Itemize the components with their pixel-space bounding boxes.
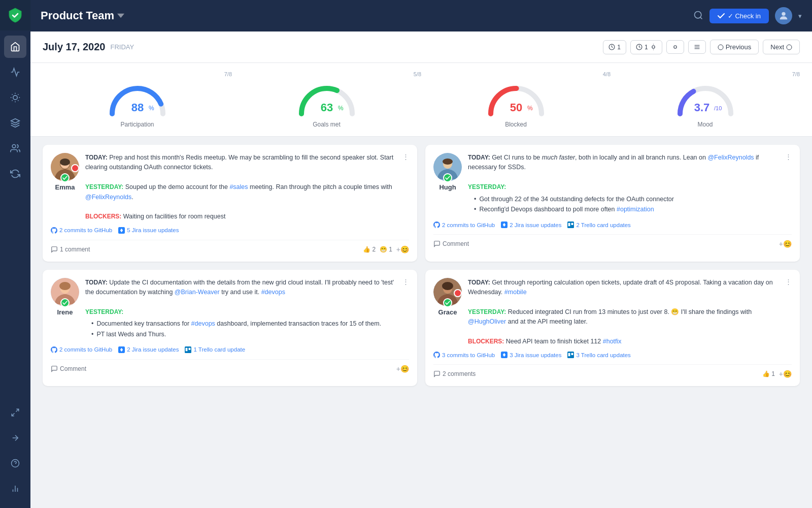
card-menu-irene[interactable]: ⋮ xyxy=(402,278,409,341)
content-area: July 17, 2020 FRIDAY 1 1 xyxy=(30,31,812,508)
name-emma: Emma xyxy=(55,183,75,191)
svg-text:3.7: 3.7 xyxy=(694,101,709,114)
card-irene: Irene TODAY: Update the CI documentation… xyxy=(43,270,417,387)
add-reaction-hugh[interactable]: +😊 xyxy=(779,240,792,248)
card-header-emma: Emma TODAY: Prep and host this month's R… xyxy=(51,153,409,222)
body-irene: TODAY: Update the CI documentation with … xyxy=(85,278,396,339)
svg-point-31 xyxy=(718,45,723,50)
metric-goals: 5/8 63 % Goals met xyxy=(232,71,421,128)
footer-hugh: Comment +😊 xyxy=(433,234,792,248)
check-grace xyxy=(443,298,452,307)
date-header: July 17, 2020 FRIDAY 1 1 xyxy=(30,31,812,63)
svg-point-0 xyxy=(13,96,17,100)
svg-point-32 xyxy=(787,45,792,50)
reaction-thumbs-emma: 👍2 xyxy=(363,246,376,253)
stat-trello-irene: 1 Trello card update xyxy=(185,346,245,353)
user-menu-arrow[interactable]: ▾ xyxy=(798,12,802,20)
gauge-participation: 88 % xyxy=(105,78,171,119)
page-title: Product Team xyxy=(41,9,687,22)
avatar-emma xyxy=(51,153,79,181)
sidebar-item-chart[interactable] xyxy=(4,478,26,500)
body-hugh: TODAY: Get CI runs to be much faster, bo… xyxy=(468,153,779,214)
reaction-grin-emma: 😁1 xyxy=(380,246,392,253)
stats-irene: 2 commits to GitHub 2 Jira issue updates… xyxy=(51,346,409,353)
sidebar-item-sync[interactable] xyxy=(4,163,26,185)
filter-btn-2[interactable]: 1 xyxy=(630,40,662,54)
user-avatar[interactable] xyxy=(775,7,792,24)
stat-github-grace: 3 commits to GitHub xyxy=(433,352,495,358)
sidebar-item-layers[interactable] xyxy=(4,112,26,134)
search-button[interactable] xyxy=(693,10,703,22)
topnav-actions: ✓ Check in ▾ xyxy=(693,7,802,24)
card-header-irene: Irene TODAY: Update the CI documentation… xyxy=(51,278,409,341)
stat-jira-grace: 3 Jira issue updates xyxy=(501,352,561,358)
sidebar-item-arrow[interactable] xyxy=(4,427,26,449)
svg-text:/10: /10 xyxy=(714,105,722,111)
comment-btn-irene[interactable]: Comment xyxy=(51,365,86,372)
name-irene: Irene xyxy=(57,308,73,316)
sidebar xyxy=(0,0,30,508)
svg-point-10 xyxy=(12,145,16,148)
svg-line-8 xyxy=(18,94,18,95)
svg-line-7 xyxy=(12,100,13,101)
svg-text:%: % xyxy=(149,105,154,112)
filter-btn-3[interactable] xyxy=(666,40,684,54)
date-title: July 17, 2020 xyxy=(43,41,105,53)
svg-point-24 xyxy=(652,46,654,48)
standup-cards-grid: Emma TODAY: Prep and host this month's R… xyxy=(30,137,812,394)
metric-blocked-label: Blocked xyxy=(505,121,527,128)
comment-btn-grace[interactable]: 2 comments xyxy=(433,370,476,377)
add-reaction-grace[interactable]: +😊 xyxy=(779,370,792,378)
reactions-hugh: +😊 xyxy=(779,240,792,248)
comment-btn-emma[interactable]: 1 comment xyxy=(51,246,90,253)
check-irene xyxy=(60,298,70,307)
sidebar-item-activity[interactable] xyxy=(4,61,26,83)
metric-mood-label: Mood xyxy=(697,121,713,128)
avatar-irene xyxy=(51,278,79,306)
card-grace: Grace TODAY: Get through reporting calcu… xyxy=(425,270,800,387)
card-emma: Emma TODAY: Prep and host this month's R… xyxy=(43,145,417,262)
stat-github-emma: 2 commits to GitHub xyxy=(51,227,112,234)
card-hugh: Hugh TODAY: Get CI runs to be much faste… xyxy=(425,145,800,262)
filter-btn-4[interactable] xyxy=(688,40,706,54)
comment-btn-hugh[interactable]: Comment xyxy=(433,240,469,247)
card-menu-emma[interactable]: ⋮ xyxy=(402,153,409,222)
next-button[interactable]: Next xyxy=(763,40,800,54)
content-emma: TODAY: Prep and host this month's Redis … xyxy=(85,153,396,222)
filter-btn-1[interactable]: 1 xyxy=(603,40,626,54)
stats-emma: 2 commits to GitHub 5 Jira issue updates xyxy=(51,227,409,234)
status-emma xyxy=(71,164,79,172)
avatar-hugh xyxy=(433,153,462,181)
stat-jira-hugh: 2 Jira issue updates xyxy=(501,221,561,228)
svg-rect-51 xyxy=(568,223,570,227)
dropdown-icon xyxy=(117,12,124,19)
sidebar-bottom xyxy=(4,401,26,508)
add-reaction-emma[interactable]: +😊 xyxy=(396,245,409,253)
svg-line-20 xyxy=(700,17,702,19)
gauge-blocked: 50 % xyxy=(483,78,549,119)
svg-point-48 xyxy=(443,158,453,165)
card-menu-grace[interactable]: ⋮ xyxy=(785,278,792,347)
top-navigation: Product Team ✓ Check in ▾ xyxy=(30,0,812,31)
metrics-row: 7/8 88 % Participation 5/8 63 xyxy=(30,63,812,137)
date-controls: 1 1 Previous xyxy=(603,40,800,54)
footer-emma: 1 comment 👍2 😁1 +😊 xyxy=(51,240,409,253)
footer-grace: 2 comments 👍1 +😊 xyxy=(433,364,792,378)
card-menu-hugh[interactable]: ⋮ xyxy=(785,153,792,216)
sidebar-item-help[interactable] xyxy=(4,452,26,474)
date-day: FRIDAY xyxy=(110,43,134,51)
add-reaction-irene[interactable]: +😊 xyxy=(396,365,409,373)
svg-point-55 xyxy=(59,282,71,290)
metric-blocked: 4/8 50 % Blocked xyxy=(421,71,611,128)
sidebar-item-team[interactable] xyxy=(4,137,26,160)
svg-text:63: 63 xyxy=(320,101,332,114)
svg-marker-9 xyxy=(11,119,20,123)
previous-button[interactable]: Previous xyxy=(710,40,759,54)
check-emma xyxy=(60,173,70,182)
sidebar-item-ideas[interactable] xyxy=(4,86,26,109)
checkin-button[interactable]: ✓ Check in xyxy=(709,9,769,23)
yesterday-list-hugh: Got through 22 of the 34 outstanding def… xyxy=(468,195,779,215)
sidebar-item-home[interactable] xyxy=(4,36,26,58)
sidebar-item-expand[interactable] xyxy=(4,401,26,424)
stat-github-hugh: 2 commits to GitHub xyxy=(433,221,495,228)
